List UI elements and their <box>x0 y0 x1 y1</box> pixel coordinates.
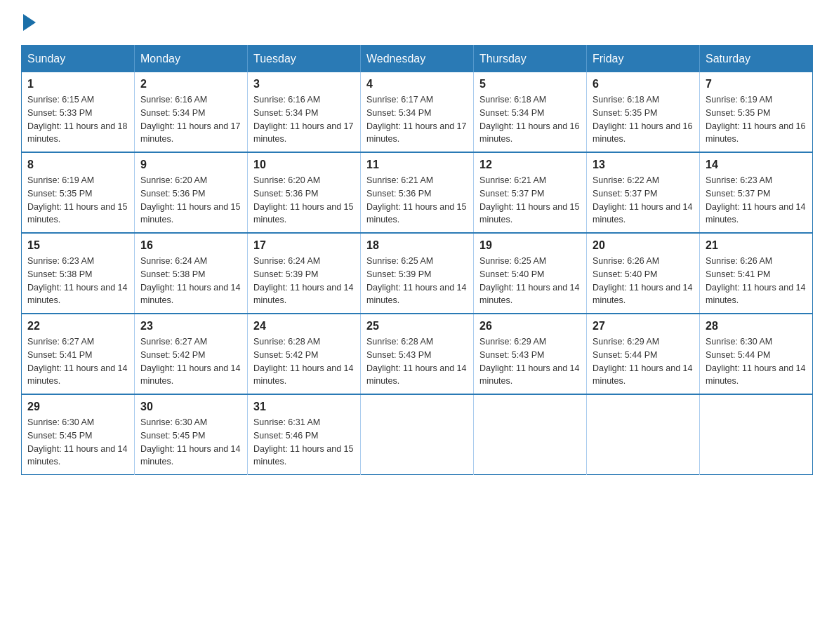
logo-arrow-icon <box>23 14 36 31</box>
calendar-cell: 9 Sunrise: 6:20 AMSunset: 5:36 PMDayligh… <box>135 152 248 233</box>
day-number: 21 <box>706 239 807 252</box>
logo <box>21 14 37 31</box>
day-number: 10 <box>253 159 355 171</box>
day-info: Sunrise: 6:24 AMSunset: 5:38 PMDaylight:… <box>140 256 240 305</box>
calendar-cell: 13 Sunrise: 6:22 AMSunset: 5:37 PMDaylig… <box>587 152 700 233</box>
day-info: Sunrise: 6:21 AMSunset: 5:37 PMDaylight:… <box>479 175 579 224</box>
day-info: Sunrise: 6:30 AMSunset: 5:45 PMDaylight:… <box>27 417 127 467</box>
day-info: Sunrise: 6:23 AMSunset: 5:38 PMDaylight:… <box>27 256 127 305</box>
day-info: Sunrise: 6:29 AMSunset: 5:44 PMDaylight:… <box>593 337 692 386</box>
calendar-cell: 16 Sunrise: 6:24 AMSunset: 5:38 PMDaylig… <box>135 233 248 314</box>
col-header-sunday: Sunday <box>22 46 135 73</box>
calendar-cell: 8 Sunrise: 6:19 AMSunset: 5:35 PMDayligh… <box>22 152 135 233</box>
day-info: Sunrise: 6:26 AMSunset: 5:40 PMDaylight:… <box>593 256 692 305</box>
day-number: 29 <box>27 401 128 413</box>
calendar-cell: 29 Sunrise: 6:30 AMSunset: 5:45 PMDaylig… <box>22 394 135 475</box>
calendar-cell: 17 Sunrise: 6:24 AMSunset: 5:39 PMDaylig… <box>248 233 361 314</box>
day-info: Sunrise: 6:27 AMSunset: 5:42 PMDaylight:… <box>140 337 240 386</box>
day-number: 30 <box>140 401 241 413</box>
day-number: 9 <box>140 159 241 171</box>
day-number: 11 <box>366 159 468 171</box>
day-number: 28 <box>706 320 807 333</box>
day-number: 22 <box>27 320 128 333</box>
calendar-cell: 6 Sunrise: 6:18 AMSunset: 5:35 PMDayligh… <box>587 72 700 152</box>
calendar-week-row: 8 Sunrise: 6:19 AMSunset: 5:35 PMDayligh… <box>22 152 813 233</box>
day-info: Sunrise: 6:20 AMSunset: 5:36 PMDaylight:… <box>140 175 240 224</box>
calendar-cell: 10 Sunrise: 6:20 AMSunset: 5:36 PMDaylig… <box>248 152 361 233</box>
day-info: Sunrise: 6:28 AMSunset: 5:43 PMDaylight:… <box>366 337 466 386</box>
calendar-cell: 19 Sunrise: 6:25 AMSunset: 5:40 PMDaylig… <box>474 233 587 314</box>
calendar-cell: 3 Sunrise: 6:16 AMSunset: 5:34 PMDayligh… <box>248 72 361 152</box>
day-number: 4 <box>366 78 468 90</box>
calendar-cell <box>587 394 700 475</box>
calendar-cell: 31 Sunrise: 6:31 AMSunset: 5:46 PMDaylig… <box>248 394 361 475</box>
day-number: 16 <box>140 239 241 252</box>
col-header-saturday: Saturday <box>700 46 813 73</box>
day-number: 13 <box>593 159 694 171</box>
day-info: Sunrise: 6:16 AMSunset: 5:34 PMDaylight:… <box>140 95 240 144</box>
logo-blue-part <box>21 14 37 31</box>
day-number: 25 <box>366 320 468 333</box>
day-number: 8 <box>27 159 128 171</box>
day-number: 26 <box>479 320 581 333</box>
calendar-cell: 15 Sunrise: 6:23 AMSunset: 5:38 PMDaylig… <box>22 233 135 314</box>
day-info: Sunrise: 6:28 AMSunset: 5:42 PMDaylight:… <box>253 337 353 386</box>
col-header-thursday: Thursday <box>474 46 587 73</box>
calendar-cell: 30 Sunrise: 6:30 AMSunset: 5:45 PMDaylig… <box>135 394 248 475</box>
calendar-cell: 12 Sunrise: 6:21 AMSunset: 5:37 PMDaylig… <box>474 152 587 233</box>
calendar-cell: 23 Sunrise: 6:27 AMSunset: 5:42 PMDaylig… <box>135 314 248 394</box>
calendar-cell: 5 Sunrise: 6:18 AMSunset: 5:34 PMDayligh… <box>474 72 587 152</box>
day-number: 23 <box>140 320 241 333</box>
col-header-wednesday: Wednesday <box>361 46 474 73</box>
calendar-header-row: SundayMondayTuesdayWednesdayThursdayFrid… <box>22 46 813 73</box>
calendar-cell: 1 Sunrise: 6:15 AMSunset: 5:33 PMDayligh… <box>22 72 135 152</box>
day-number: 7 <box>706 78 807 90</box>
day-number: 27 <box>593 320 694 333</box>
day-info: Sunrise: 6:29 AMSunset: 5:43 PMDaylight:… <box>479 337 579 386</box>
day-number: 3 <box>253 78 355 90</box>
day-info: Sunrise: 6:31 AMSunset: 5:46 PMDaylight:… <box>253 417 353 467</box>
day-info: Sunrise: 6:27 AMSunset: 5:41 PMDaylight:… <box>27 337 127 386</box>
day-number: 6 <box>593 78 694 90</box>
calendar-cell: 14 Sunrise: 6:23 AMSunset: 5:37 PMDaylig… <box>700 152 813 233</box>
day-number: 18 <box>366 239 468 252</box>
day-number: 31 <box>253 401 355 413</box>
day-number: 5 <box>479 78 581 90</box>
col-header-friday: Friday <box>587 46 700 73</box>
day-info: Sunrise: 6:18 AMSunset: 5:34 PMDaylight:… <box>479 95 579 144</box>
day-info: Sunrise: 6:19 AMSunset: 5:35 PMDaylight:… <box>706 95 805 144</box>
calendar-week-row: 29 Sunrise: 6:30 AMSunset: 5:45 PMDaylig… <box>22 394 813 475</box>
calendar-cell: 28 Sunrise: 6:30 AMSunset: 5:44 PMDaylig… <box>700 314 813 394</box>
day-info: Sunrise: 6:23 AMSunset: 5:37 PMDaylight:… <box>706 175 805 224</box>
calendar-cell <box>474 394 587 475</box>
calendar-cell: 24 Sunrise: 6:28 AMSunset: 5:42 PMDaylig… <box>248 314 361 394</box>
day-info: Sunrise: 6:17 AMSunset: 5:34 PMDaylight:… <box>366 95 466 144</box>
calendar-cell: 18 Sunrise: 6:25 AMSunset: 5:39 PMDaylig… <box>361 233 474 314</box>
calendar-cell: 2 Sunrise: 6:16 AMSunset: 5:34 PMDayligh… <box>135 72 248 152</box>
calendar-cell: 27 Sunrise: 6:29 AMSunset: 5:44 PMDaylig… <box>587 314 700 394</box>
day-info: Sunrise: 6:30 AMSunset: 5:45 PMDaylight:… <box>140 417 240 467</box>
day-info: Sunrise: 6:21 AMSunset: 5:36 PMDaylight:… <box>366 175 466 224</box>
day-info: Sunrise: 6:25 AMSunset: 5:40 PMDaylight:… <box>479 256 579 305</box>
day-number: 14 <box>706 159 807 171</box>
calendar-cell: 7 Sunrise: 6:19 AMSunset: 5:35 PMDayligh… <box>700 72 813 152</box>
calendar-cell: 20 Sunrise: 6:26 AMSunset: 5:40 PMDaylig… <box>587 233 700 314</box>
calendar-cell: 26 Sunrise: 6:29 AMSunset: 5:43 PMDaylig… <box>474 314 587 394</box>
day-number: 20 <box>593 239 694 252</box>
calendar-cell: 4 Sunrise: 6:17 AMSunset: 5:34 PMDayligh… <box>361 72 474 152</box>
day-info: Sunrise: 6:22 AMSunset: 5:37 PMDaylight:… <box>593 175 692 224</box>
calendar-table: SundayMondayTuesdayWednesdayThursdayFrid… <box>21 45 813 475</box>
day-number: 24 <box>253 320 355 333</box>
calendar-cell: 25 Sunrise: 6:28 AMSunset: 5:43 PMDaylig… <box>361 314 474 394</box>
day-info: Sunrise: 6:26 AMSunset: 5:41 PMDaylight:… <box>706 256 805 305</box>
day-info: Sunrise: 6:30 AMSunset: 5:44 PMDaylight:… <box>706 337 805 386</box>
day-number: 2 <box>140 78 241 90</box>
day-number: 12 <box>479 159 581 171</box>
day-number: 19 <box>479 239 581 252</box>
calendar-cell: 22 Sunrise: 6:27 AMSunset: 5:41 PMDaylig… <box>22 314 135 394</box>
calendar-week-row: 1 Sunrise: 6:15 AMSunset: 5:33 PMDayligh… <box>22 72 813 152</box>
calendar-cell: 21 Sunrise: 6:26 AMSunset: 5:41 PMDaylig… <box>700 233 813 314</box>
calendar-week-row: 22 Sunrise: 6:27 AMSunset: 5:41 PMDaylig… <box>22 314 813 394</box>
day-number: 17 <box>253 239 355 252</box>
calendar-week-row: 15 Sunrise: 6:23 AMSunset: 5:38 PMDaylig… <box>22 233 813 314</box>
